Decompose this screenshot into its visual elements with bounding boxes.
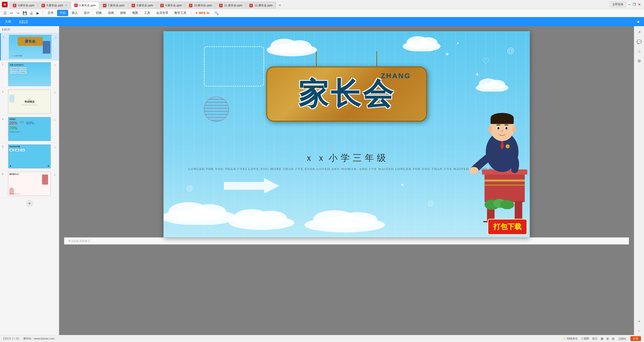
menu-tools[interactable]: 工具 bbox=[142, 10, 153, 16]
ai-label: WPS AI bbox=[199, 11, 209, 15]
zoom-level[interactable]: 159% bbox=[617, 337, 627, 341]
slide-star-icon-5[interactable]: ☆ bbox=[53, 145, 57, 149]
tab-9[interactable]: P 9.家长会.pptx bbox=[157, 2, 185, 9]
slide-star-icon-1[interactable]: ☆ bbox=[54, 36, 58, 40]
svg-point-42 bbox=[488, 126, 492, 132]
cloud-top-right bbox=[401, 34, 442, 51]
menu-teaching[interactable]: 教学工具 bbox=[172, 10, 189, 16]
tab-12[interactable]: P 12.家长会.pptx bbox=[246, 2, 276, 9]
slide-mode[interactable]: 幻灯片 bbox=[17, 19, 30, 25]
svg-rect-36 bbox=[491, 118, 514, 124]
rt-comment-icon[interactable]: 💬 bbox=[635, 38, 643, 46]
tab-icon-9: P bbox=[160, 4, 164, 7]
main-area: 幻灯片 1 家长会 ｘｘ小学三年级 ☆ 2 bbox=[0, 26, 644, 335]
menu-file[interactable]: 文件 bbox=[45, 10, 56, 16]
slide-star-icon-6[interactable]: ☆ bbox=[53, 173, 57, 177]
rt-zoom-in-icon[interactable]: + bbox=[635, 317, 643, 325]
svg-point-16 bbox=[254, 211, 287, 225]
menu-insert[interactable]: 插入 bbox=[69, 10, 80, 16]
slide-thumb-1[interactable]: 1 家长会 ｘｘ小学三年级 ☆ bbox=[0, 33, 59, 61]
sidebar-title: 幻灯片 bbox=[2, 28, 10, 31]
star-deco-1: ✦ bbox=[424, 44, 429, 51]
tab-7[interactable]: P 7.家长会.pptx bbox=[100, 2, 128, 9]
menu-animation[interactable]: 动画 bbox=[105, 10, 116, 16]
slide-canvas[interactable]: ✦ ★ ✦ ✦ ★ ♡ @ @ @ bbox=[164, 31, 530, 237]
add-tab-button[interactable]: + bbox=[276, 2, 284, 9]
menu-icon[interactable]: ☰ bbox=[2, 10, 8, 16]
slide-3-actions: ☆ bbox=[53, 90, 57, 95]
slide-thumb-6[interactable]: 6 教学是什么? 教学内容/教学方法... ☆ bbox=[0, 170, 59, 198]
tab-4[interactable]: P 4.家长会.pptx bbox=[10, 2, 38, 9]
tab-icon-5: P bbox=[42, 4, 45, 7]
sign-main-text: 家长会 bbox=[298, 74, 395, 115]
menu-design[interactable]: 设计 bbox=[81, 10, 92, 16]
slide-panel: 幻灯片 1 家长会 ｘｘ小学三年级 ☆ 2 bbox=[0, 26, 59, 335]
menu-start[interactable]: 开始 bbox=[57, 10, 68, 16]
outline-mode[interactable]: 大纲 bbox=[3, 19, 13, 25]
save-icon[interactable]: 💾 bbox=[22, 10, 28, 16]
slide-star-icon-4[interactable]: ☆ bbox=[53, 118, 57, 122]
tabs-container: P 4.家长会.pptx P 5.家长会.pptx ✕ P 6.家长会.pptx… bbox=[10, 0, 607, 9]
tab-icon-12: P bbox=[249, 4, 253, 7]
svg-point-43 bbox=[512, 126, 516, 132]
comment-button[interactable]: 批注 bbox=[592, 337, 598, 340]
rt-settings-icon[interactable]: ⚙ bbox=[635, 57, 643, 65]
ribbon-bar: 大纲 幻灯片 ◀ bbox=[0, 17, 644, 26]
menu-member[interactable]: 会员专享 bbox=[154, 10, 171, 16]
menu-view[interactable]: 视图 bbox=[130, 10, 141, 16]
tab-label-4: 4.家长会.pptx bbox=[18, 4, 34, 7]
restore-icon[interactable]: ❐ bbox=[633, 3, 636, 7]
wps-logo-icon: ✦ bbox=[195, 11, 198, 15]
cloud-bottom-center-left bbox=[226, 207, 297, 230]
slide-thumb-5[interactable]: 5 考试存在的问题 题目 审题 方法 ★ ★ ☆ bbox=[0, 143, 59, 170]
add-slide-button[interactable]: + bbox=[26, 200, 33, 207]
separator-2 bbox=[191, 11, 191, 15]
preview-icon[interactable]: ▶ bbox=[35, 10, 41, 16]
tab-5[interactable]: P 5.家长会.pptx ✕ bbox=[38, 2, 70, 9]
slide-star-icon-2[interactable]: ☆ bbox=[53, 63, 57, 67]
tab-icon-11: P bbox=[219, 4, 223, 7]
share-label[interactable]: 分享 bbox=[630, 336, 641, 341]
wps-ai-button[interactable]: ✦ WPS AI bbox=[193, 11, 211, 16]
promo-download-box[interactable]: 打包下载 bbox=[488, 219, 527, 235]
rt-star-icon[interactable]: ☆ bbox=[635, 47, 643, 55]
search-icon[interactable]: 🔍 bbox=[213, 10, 219, 16]
tab-close-5[interactable]: ✕ bbox=[65, 4, 67, 7]
smart-beautify-button[interactable]: ✨ 智能美化 bbox=[562, 337, 578, 340]
layout-icon-1[interactable]: ▦ bbox=[601, 337, 603, 340]
menu-slideshow[interactable]: 放映 bbox=[117, 10, 129, 16]
collapse-panel-button[interactable]: ◀ bbox=[635, 19, 641, 24]
menu-transition[interactable]: 切换 bbox=[93, 10, 104, 16]
register-button[interactable]: 立即登录 bbox=[610, 2, 626, 7]
print-icon[interactable]: 🖨 bbox=[28, 10, 34, 16]
tab-10[interactable]: P 10.家长会.pptx bbox=[186, 2, 215, 9]
tab-11[interactable]: P 11.家长会.pptx bbox=[216, 2, 246, 9]
sphere-deco bbox=[204, 97, 229, 122]
heart-deco: ♡ bbox=[482, 56, 490, 66]
tab-label-5: 5.家长会.pptx bbox=[47, 4, 63, 7]
svg-rect-21 bbox=[485, 172, 525, 202]
layout-icon-2[interactable]: ▥ bbox=[606, 337, 609, 340]
slide-num-2: 2 bbox=[2, 62, 6, 66]
redo-icon[interactable]: ↪ bbox=[15, 10, 21, 16]
tab-8[interactable]: P 8.家长会.pptx bbox=[128, 2, 156, 9]
star-deco-2: ★ bbox=[445, 51, 449, 57]
three-view-button[interactable]: 三视图 bbox=[581, 337, 589, 340]
slide-thumb-4[interactable]: 4 考试情况 20% 优秀 60% 70% 良好成绩分布情况... ☆ bbox=[0, 115, 59, 143]
sign-board: ZHANG 家长会 bbox=[266, 66, 427, 122]
close-icon[interactable]: ✕ bbox=[638, 3, 641, 7]
tab-6[interactable]: P 6.家长会.pptx bbox=[71, 2, 99, 9]
slide-thumb-2[interactable]: 2 目录 CONTENTS 01 考试情况 02 学习情况 03 卫生习惯 04… bbox=[0, 61, 59, 88]
notes-area[interactable]: 单击此处添加备注 bbox=[64, 237, 629, 244]
undo-icon[interactable]: ↩ bbox=[9, 10, 15, 16]
slide-num-6: 6 bbox=[2, 172, 6, 176]
status-bar: 幻灯片 1 / 23 课件站：www.kjzhan.com ✨ 智能美化 三视图… bbox=[0, 335, 644, 342]
slide-star-icon-3[interactable]: ☆ bbox=[53, 91, 57, 95]
comment-label: 批注 bbox=[592, 337, 598, 340]
slide-thumb-3[interactable]: 3 01 考试情况 Blue Master Class Teaching ☆ bbox=[0, 88, 59, 115]
cloud-bottom-center bbox=[302, 207, 387, 232]
rt-zoom-out-icon[interactable]: − bbox=[635, 327, 643, 335]
rt-share-icon[interactable]: ↗ bbox=[635, 28, 643, 36]
layout-icon-3[interactable]: ▤ bbox=[612, 337, 614, 340]
minimize-icon[interactable]: ─ bbox=[628, 3, 631, 7]
